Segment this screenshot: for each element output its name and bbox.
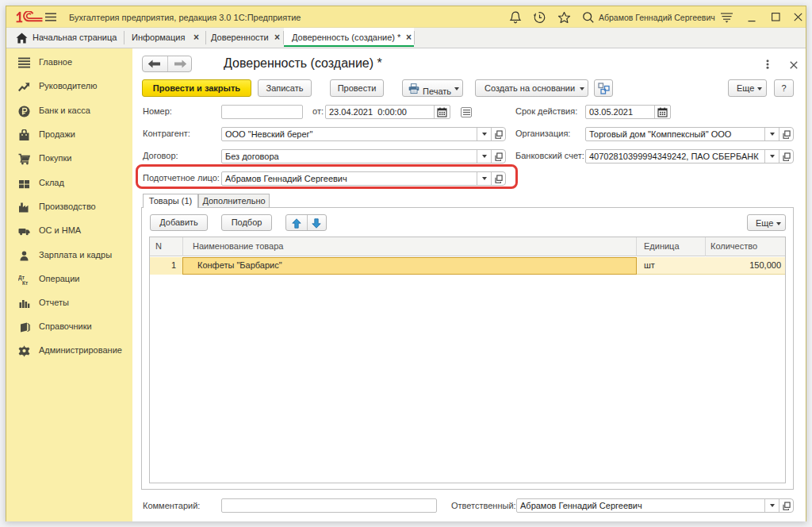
svg-text:Кт: Кт	[22, 279, 28, 285]
